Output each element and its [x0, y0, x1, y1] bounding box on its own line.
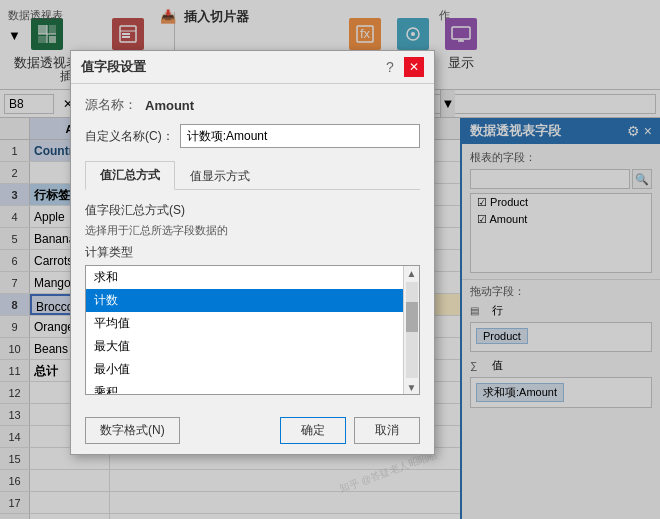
- listbox-scrollbar[interactable]: ▲ ▼: [403, 266, 419, 394]
- scroll-thumb: [406, 302, 418, 332]
- excel-window: 数据透视表 值字段设置 插入切片器 📥 插入切片器: [0, 0, 660, 519]
- listbox-inner: 求和 计数 平均值 最大值 最小值 乘积: [86, 266, 403, 395]
- modal-footer: 数字格式(N) 确定 取消: [71, 407, 434, 454]
- listbox-item-product[interactable]: 乘积: [86, 381, 403, 395]
- custom-name-label: 自定义名称(C)：: [85, 128, 174, 145]
- scroll-track: [406, 282, 418, 378]
- scroll-down-btn[interactable]: ▼: [405, 380, 419, 394]
- modal-help-btn[interactable]: ?: [380, 57, 400, 77]
- section-title: 值字段汇总方式(S): [85, 202, 420, 219]
- cancel-btn[interactable]: 取消: [354, 417, 420, 444]
- calc-type-label: 计算类型: [85, 244, 420, 261]
- listbox-item-avg[interactable]: 平均值: [86, 312, 403, 335]
- numformat-btn[interactable]: 数字格式(N): [85, 417, 180, 444]
- modal-title-btns: ? ✕: [380, 57, 424, 77]
- modal-body: 源名称： Amount 自定义名称(C)： 值汇总方式 值显示方式 值字段汇总方…: [71, 84, 434, 407]
- modal-dialog: 值字段设置 ? ✕ 源名称： Amount 自定义名称(C)：: [70, 50, 435, 455]
- modal-tabs: 值汇总方式 值显示方式: [85, 160, 420, 190]
- modal-titlebar: 值字段设置 ? ✕: [71, 51, 434, 84]
- source-label: 源名称：: [85, 96, 137, 114]
- modal-close-btn[interactable]: ✕: [404, 57, 424, 77]
- source-value: Amount: [145, 98, 194, 113]
- section-desc: 选择用于汇总所选字段数据的: [85, 223, 420, 238]
- listbox-item-count[interactable]: 计数: [86, 289, 403, 312]
- source-row: 源名称： Amount: [85, 96, 420, 114]
- custom-name-row: 自定义名称(C)：: [85, 124, 420, 148]
- modal-overlay: 值字段设置 ? ✕ 源名称： Amount 自定义名称(C)：: [0, 0, 660, 519]
- ok-btn[interactable]: 确定: [280, 417, 346, 444]
- modal-footer-left: 数字格式(N): [85, 417, 268, 444]
- listbox[interactable]: 求和 计数 平均值 最大值 最小值 乘积 ▲: [85, 265, 420, 395]
- listbox-item-max[interactable]: 最大值: [86, 335, 403, 358]
- tab-display[interactable]: 值显示方式: [175, 161, 265, 190]
- tab-content: 值字段汇总方式(S) 选择用于汇总所选字段数据的 计算类型 求和 计数 平均值 …: [85, 202, 420, 395]
- listbox-item-min[interactable]: 最小值: [86, 358, 403, 381]
- custom-name-input[interactable]: [180, 124, 420, 148]
- modal-title: 值字段设置: [81, 58, 146, 76]
- listbox-item-sum[interactable]: 求和: [86, 266, 403, 289]
- modal-footer-right: 确定 取消: [280, 417, 420, 444]
- scroll-up-btn[interactable]: ▲: [405, 266, 419, 280]
- tab-summary[interactable]: 值汇总方式: [85, 161, 175, 190]
